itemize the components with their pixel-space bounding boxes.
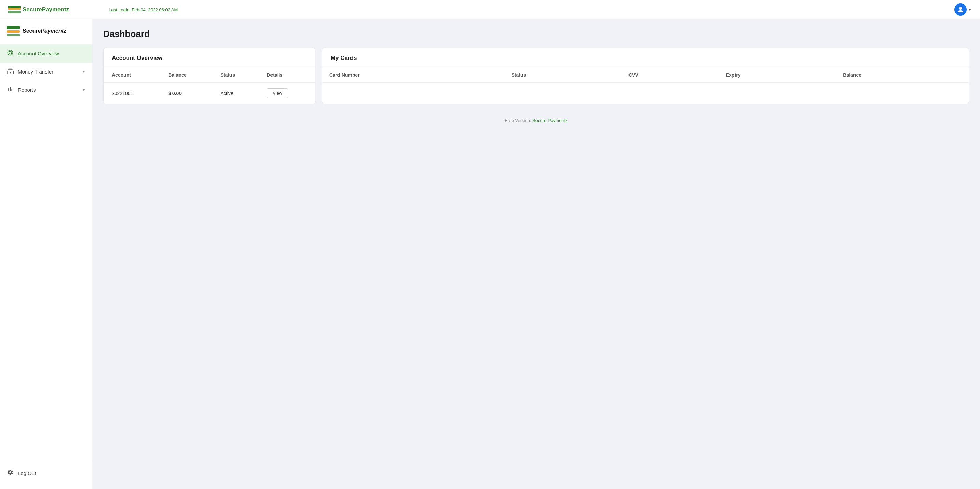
main-content: Dashboard Account Overview Account Balan…	[92, 19, 980, 489]
sidebar-item-label-reports: Reports	[18, 87, 36, 93]
user-avatar[interactable]	[955, 3, 967, 16]
logo-bar3	[7, 34, 20, 36]
sidebar-logo-img	[7, 26, 20, 36]
footer-text: Free Version:	[505, 118, 532, 123]
logo-icon	[8, 6, 21, 13]
col-status: Status	[212, 67, 259, 83]
logo-bar2	[7, 30, 20, 33]
sidebar-item-logout[interactable]: Log Out	[7, 465, 85, 481]
my-cards-table: Card Number Status CVV Expiry Balance	[323, 67, 969, 83]
last-login-text: Last Login: Feb 04, 2022 06:02 AM	[109, 7, 178, 12]
logout-icon	[7, 469, 14, 477]
reports-icon	[7, 86, 14, 94]
logo-bar1	[7, 26, 20, 29]
sidebar-footer: Log Out	[0, 460, 92, 489]
account-overview-icon	[7, 49, 14, 58]
mycards-col-expiry: Expiry	[719, 67, 836, 83]
account-number: 20221001	[103, 83, 160, 104]
mycards-col-number: Card Number	[323, 67, 504, 83]
reports-chevron: ▾	[83, 87, 85, 92]
sidebar-logo-name: SecurePaymentz	[22, 28, 66, 34]
my-cards-card: My Cards Card Number Status CVV Expiry B…	[322, 48, 969, 104]
table-row: 20221001 $ 0.00 Active View	[103, 83, 315, 104]
sidebar-nav: Account Overview Money Transfer ▾ Report…	[0, 42, 92, 460]
sidebar: SecurePaymentz Account Overview Money Tr…	[0, 19, 92, 489]
sidebar-logo: SecurePaymentz	[0, 22, 92, 42]
topbar-right: ▼	[955, 3, 972, 16]
sidebar-item-reports[interactable]: Reports ▾	[0, 81, 92, 99]
mycards-col-cvv: CVV	[622, 67, 719, 83]
mycards-col-balance: Balance	[836, 67, 969, 83]
col-balance: Balance	[160, 67, 212, 83]
account-details-cell: View	[259, 83, 315, 104]
topbar-middle: Last Login: Feb 04, 2022 06:02 AM	[100, 6, 955, 13]
account-status: Active	[212, 83, 259, 104]
sidebar-item-label-logout: Log Out	[18, 470, 36, 476]
user-menu-chevron[interactable]: ▼	[968, 8, 972, 12]
col-account: Account	[103, 67, 160, 83]
page-footer: Free Version: Secure Paymentz	[103, 118, 969, 130]
sidebar-item-label-money-transfer: Money Transfer	[18, 69, 53, 75]
my-cards-card-body: Card Number Status CVV Expiry Balance	[323, 67, 969, 83]
account-overview-card: Account Overview Account Balance Status …	[103, 48, 315, 104]
topbar: SecurePaymentz Last Login: Feb 04, 2022 …	[0, 0, 980, 19]
account-overview-card-title: Account Overview	[103, 48, 315, 67]
sidebar-item-money-transfer[interactable]: Money Transfer ▾	[0, 62, 92, 81]
layout: SecurePaymentz Account Overview Money Tr…	[0, 19, 980, 489]
account-table: Account Balance Status Details 20221001 …	[103, 67, 315, 104]
logo-text: SecurePaymentz	[22, 6, 69, 13]
sidebar-item-label-account-overview: Account Overview	[18, 51, 59, 56]
footer-link[interactable]: Secure Paymentz	[532, 118, 568, 123]
topbar-logo-area: SecurePaymentz	[8, 6, 100, 13]
view-button[interactable]: View	[267, 88, 288, 98]
mycards-col-status: Status	[504, 67, 622, 83]
page-title: Dashboard	[103, 29, 969, 39]
account-balance: $ 0.00	[160, 83, 212, 104]
sidebar-item-account-overview[interactable]: Account Overview	[0, 45, 92, 62]
money-transfer-icon	[7, 67, 14, 76]
col-details: Details	[259, 67, 315, 83]
my-cards-card-title: My Cards	[323, 48, 969, 67]
logo: SecurePaymentz	[8, 6, 69, 13]
cards-row: Account Overview Account Balance Status …	[103, 48, 969, 104]
money-transfer-chevron: ▾	[83, 69, 85, 74]
account-overview-card-body: Account Balance Status Details 20221001 …	[103, 67, 315, 104]
